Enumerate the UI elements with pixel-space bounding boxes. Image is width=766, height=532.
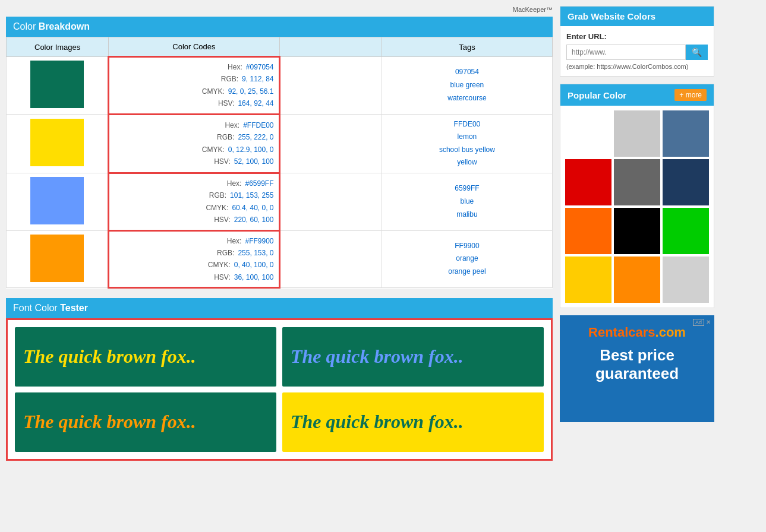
code-line: Hex:#FFDE00 [114, 119, 273, 131]
popular-color-swatch[interactable] [663, 110, 709, 157]
url-example-text: (example: https://www.ColorCombos.com) [566, 63, 688, 70]
code-label: RGB: [221, 73, 238, 85]
tag-link[interactable]: blue green [387, 79, 547, 92]
popular-color-swatch[interactable] [614, 256, 660, 303]
color-swatch [30, 177, 84, 224]
tag-link[interactable]: malibu [387, 208, 547, 221]
tag-link[interactable]: FFDE00 [387, 118, 547, 131]
popular-color-swatch[interactable] [614, 159, 660, 205]
popular-color-swatch[interactable] [565, 110, 611, 157]
code-label: HSV: [214, 271, 231, 283]
ad-close[interactable]: ✕ [706, 319, 711, 326]
code-value[interactable]: 164, 92, 44 [238, 97, 273, 109]
tag-link[interactable]: orange [387, 252, 547, 265]
font-tester-title: Font Color [13, 303, 58, 313]
code-label: Hex: [227, 235, 242, 247]
ad-badge: Ad ✕ [693, 319, 711, 326]
code-label: CMYK: [202, 86, 225, 97]
code-value[interactable]: 92, 0, 25, 56.1 [228, 86, 274, 97]
code-value[interactable]: #FFDE00 [243, 119, 273, 131]
color-swatch-cell [7, 230, 109, 288]
code-value[interactable]: #097054 [246, 61, 274, 73]
code-label: RGB: [217, 131, 234, 143]
popular-grid [560, 106, 714, 308]
code-value[interactable]: 101, 153, 255 [230, 189, 273, 201]
code-line: HSV:36, 100, 100 [114, 271, 273, 283]
code-label: HSV: [214, 156, 231, 167]
tag-link[interactable]: 097054 [387, 66, 547, 79]
code-value[interactable]: #FF9900 [245, 235, 273, 247]
color-swatch-cell [7, 57, 109, 115]
tag-link[interactable]: school bus yellow [387, 144, 547, 157]
tag-link[interactable]: yellow [387, 156, 547, 169]
tag-link[interactable]: blue [387, 195, 547, 208]
main-content: MacKeeper™ Color Breakdown Color Images … [6, 6, 553, 461]
code-line: HSV:164, 92, 44 [114, 97, 273, 109]
color-swatch-cell [7, 114, 109, 173]
color-breakdown-header: Color Breakdown [6, 17, 553, 37]
code-value[interactable]: #6599FF [245, 178, 273, 189]
grab-colors-header: Grab Website Colors [560, 7, 714, 26]
popular-color-swatch[interactable] [614, 110, 660, 157]
code-value[interactable]: 0, 40, 100, 0 [234, 259, 274, 271]
empty-cell [279, 230, 382, 288]
table-row: Hex:#FFDE00RGB:255, 222, 0CMYK:0, 12.9, … [7, 114, 553, 173]
popular-color-swatch[interactable] [663, 256, 709, 303]
popular-color-swatch[interactable] [663, 208, 709, 254]
col-header-tags: Tags [382, 37, 552, 57]
tag-link[interactable]: FF9900 [387, 240, 547, 253]
tag-link[interactable]: watercourse [387, 92, 547, 105]
popular-color-swatch[interactable] [565, 256, 611, 303]
font-preview-text: The quick brown fox.. [291, 346, 464, 367]
popular-color-swatch[interactable] [565, 159, 611, 205]
tag-link[interactable]: lemon [387, 131, 547, 144]
color-breakdown-title-bold: Breakdown [39, 21, 90, 31]
code-value[interactable]: 52, 100, 100 [234, 156, 274, 167]
color-codes-cell: Hex:#6599FFRGB:101, 153, 255CMYK:60.4, 4… [109, 173, 279, 230]
code-value[interactable]: 9, 112, 84 [242, 73, 273, 85]
url-input[interactable] [566, 45, 686, 60]
code-line: CMYK:0, 40, 100, 0 [114, 259, 273, 271]
table-row: Hex:#FF9900RGB:255, 153, 0CMYK:0, 40, 10… [7, 230, 553, 288]
code-line: CMYK:60.4, 40, 0, 0 [114, 202, 273, 214]
ad-label: Ad [693, 319, 704, 326]
code-value[interactable]: 36, 100, 100 [234, 271, 274, 283]
ad-section: Ad ✕ Rentalcars.com Best price guarantee… [560, 315, 714, 422]
tag-link[interactable]: 6599FF [387, 182, 547, 195]
tags-cell: FF9900orangeorange peel [382, 230, 552, 288]
code-value[interactable]: 0, 12.9, 100, 0 [228, 144, 274, 156]
tag-link[interactable]: orange peel [387, 265, 547, 278]
table-row: Hex:#097054RGB:9, 112, 84CMYK:92, 0, 25,… [7, 57, 553, 115]
popular-color-swatch[interactable] [565, 208, 611, 254]
code-value[interactable]: 60.4, 40, 0, 0 [232, 202, 273, 214]
font-preview-box: The quick brown fox.. [15, 392, 276, 452]
code-line: Hex:#097054 [114, 61, 273, 73]
ad-logo-text: Rentalcars.com [588, 325, 686, 340]
code-value[interactable]: 255, 222, 0 [238, 131, 273, 143]
code-label: Hex: [228, 61, 242, 73]
popular-color-swatch[interactable] [663, 159, 709, 205]
font-tester-title-bold: Tester [60, 303, 88, 313]
font-preview-text: The quick brown fox.. [23, 346, 196, 367]
code-value[interactable]: 220, 60, 100 [234, 214, 274, 226]
url-input-row: 🔍 [566, 45, 708, 60]
code-label: HSV: [218, 97, 235, 109]
col-header-images: Color Images [7, 37, 109, 57]
font-tester-section: Font Color Tester The quick brown fox..T… [6, 298, 553, 461]
code-label: Hex: [225, 119, 239, 131]
color-codes-cell: Hex:#FFDE00RGB:255, 222, 0CMYK:0, 12.9, … [109, 114, 279, 173]
font-preview-box: The quick brown fox.. [282, 327, 544, 387]
ad-tagline: Best price guaranteed [567, 346, 707, 383]
grab-colors-title: Grab Website Colors [568, 11, 655, 21]
code-label: Hex: [227, 178, 242, 189]
url-search-button[interactable]: 🔍 [686, 45, 708, 60]
code-label: HSV: [214, 214, 231, 226]
more-button[interactable]: + more [674, 89, 707, 101]
empty-cell [279, 173, 382, 230]
code-value[interactable]: 255, 153, 0 [238, 247, 273, 259]
color-table: Color Images Color Codes Tags Hex:#09705… [6, 37, 553, 289]
url-example: (example: https://www.ColorCombos.com) [566, 63, 708, 70]
font-tester-header: Font Color Tester [6, 298, 553, 318]
popular-color-swatch[interactable] [614, 208, 660, 254]
popular-color-section: Popular Color + more [560, 84, 714, 308]
